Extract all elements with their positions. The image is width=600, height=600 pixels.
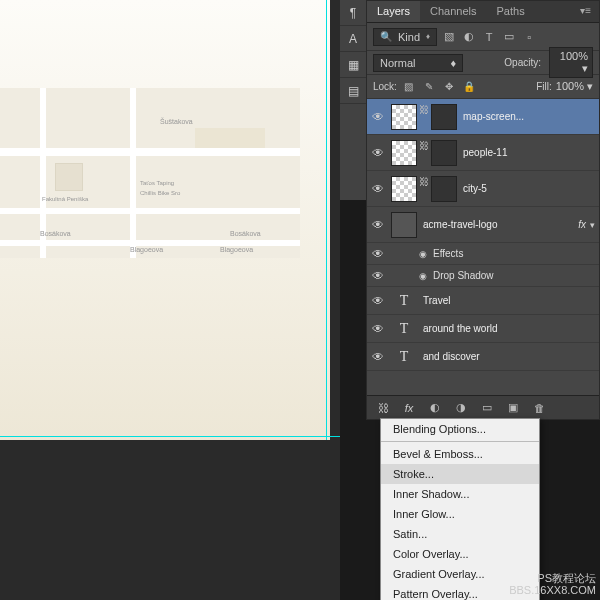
- filter-shape-icon[interactable]: ▭: [501, 29, 517, 45]
- visibility-toggle[interactable]: 👁: [367, 146, 389, 160]
- filter-pixel-icon[interactable]: ▧: [441, 29, 457, 45]
- panel-tabs: Layers Channels Paths ▾≡: [367, 1, 599, 23]
- fx-button[interactable]: fx: [399, 399, 419, 417]
- menu-inner-glow[interactable]: Inner Glow...: [381, 504, 539, 524]
- filter-type-icon[interactable]: T: [481, 29, 497, 45]
- fill-label: Fill:: [536, 81, 552, 92]
- layers-panel: Layers Channels Paths ▾≡ 🔍 Kind ♦ ▧ ◐ T …: [366, 0, 600, 420]
- link-layers-button[interactable]: ⛓: [373, 399, 393, 417]
- layer-name[interactable]: map-screen...: [463, 111, 595, 122]
- map-label: Bosákova: [230, 230, 261, 237]
- guide-horizontal[interactable]: [0, 436, 340, 437]
- layers-list: 👁 ⛓ map-screen... 👁 ⛓ people-11 👁 ⛓ city…: [367, 99, 599, 371]
- watermark: PS教程论坛 BBS.16XX8.COM: [509, 572, 596, 596]
- mask-button[interactable]: ◐: [425, 399, 445, 417]
- collapsed-panel-dock[interactable]: ¶ A ▦ ▤: [340, 0, 366, 200]
- map-label: Chillis Bike Sro: [140, 190, 180, 196]
- fill-input[interactable]: 100% ▾: [556, 80, 593, 93]
- layer-row[interactable]: 👁 T and discover: [367, 343, 599, 371]
- layer-name[interactable]: people-11: [463, 147, 595, 158]
- text-layer-icon: T: [391, 290, 417, 312]
- opacity-label: Opacity:: [504, 57, 541, 68]
- map-label: Blagoeova: [220, 246, 253, 253]
- lock-label: Lock:: [373, 81, 397, 92]
- menu-bevel-emboss[interactable]: Bevel & Emboss...: [381, 444, 539, 464]
- new-layer-button[interactable]: ▣: [503, 399, 523, 417]
- opacity-input[interactable]: 100% ▾: [549, 47, 593, 78]
- mask-link-icon[interactable]: ⛓: [419, 104, 429, 130]
- swatches-panel-icon[interactable]: ▦: [340, 52, 366, 78]
- layer-name[interactable]: Travel: [423, 295, 595, 306]
- layers-panel-footer: ⛓ fx ◐ ◑ ▭ ▣ 🗑: [367, 395, 599, 419]
- visibility-toggle[interactable]: 👁: [367, 294, 389, 308]
- character-panel-icon[interactable]: A: [340, 26, 366, 52]
- menu-stroke[interactable]: Stroke...: [381, 464, 539, 484]
- delete-layer-button[interactable]: 🗑: [529, 399, 549, 417]
- layer-thumbnail[interactable]: [391, 104, 417, 130]
- lock-position-icon[interactable]: ✥: [441, 79, 457, 95]
- visibility-toggle[interactable]: 👁: [367, 182, 389, 196]
- layer-mask-thumbnail[interactable]: [431, 176, 457, 202]
- layer-mask-thumbnail[interactable]: [431, 140, 457, 166]
- adjustment-button[interactable]: ◑: [451, 399, 471, 417]
- lock-all-icon[interactable]: 🔒: [461, 79, 477, 95]
- map-label: Fakultná Peníška: [42, 196, 88, 202]
- layer-row[interactable]: 👁 T around the world: [367, 315, 599, 343]
- tab-paths[interactable]: Paths: [487, 1, 535, 22]
- map-label: Bosákova: [40, 230, 71, 237]
- guide-vertical[interactable]: [326, 0, 327, 440]
- document[interactable]: Šuštakova Bosákova Bosákova Blagoeova Bl…: [0, 0, 330, 440]
- map-layer: Šuštakova Bosákova Bosákova Blagoeova Bl…: [0, 88, 300, 258]
- map-label: Taťos Taping: [140, 180, 174, 186]
- effects-row[interactable]: 👁◉Effects: [367, 243, 599, 265]
- menu-blending-options[interactable]: Blending Options...: [381, 419, 539, 439]
- layer-row[interactable]: 👁 ⛓ people-11: [367, 135, 599, 171]
- layer-name[interactable]: around the world: [423, 323, 595, 334]
- lock-row: Lock: ▧ ✎ ✥ 🔒 Fill: 100% ▾: [367, 75, 599, 99]
- panel-icon[interactable]: ▤: [340, 78, 366, 104]
- layer-row[interactable]: 👁 T Travel: [367, 287, 599, 315]
- visibility-toggle[interactable]: 👁: [367, 322, 389, 336]
- canvas-area[interactable]: Šuštakova Bosákova Bosákova Blagoeova Bl…: [0, 0, 340, 600]
- filter-kind-select[interactable]: 🔍 Kind ♦: [373, 28, 437, 46]
- visibility-toggle[interactable]: 👁: [367, 218, 389, 232]
- filter-smart-icon[interactable]: ▫: [521, 29, 537, 45]
- effect-drop-shadow[interactable]: 👁◉Drop Shadow: [367, 265, 599, 287]
- map-label: Šuštakova: [160, 118, 193, 125]
- panel-menu-icon[interactable]: ▾≡: [572, 1, 599, 22]
- layer-mask-thumbnail[interactable]: [431, 104, 457, 130]
- visibility-toggle[interactable]: 👁: [367, 269, 389, 283]
- layer-name[interactable]: city-5: [463, 183, 595, 194]
- visibility-toggle[interactable]: 👁: [367, 247, 389, 261]
- paragraph-panel-icon[interactable]: ¶: [340, 0, 366, 26]
- group-button[interactable]: ▭: [477, 399, 497, 417]
- lock-pixels-icon[interactable]: ✎: [421, 79, 437, 95]
- filter-adjust-icon[interactable]: ◐: [461, 29, 477, 45]
- layer-row[interactable]: 👁 ⛓ map-screen...: [367, 99, 599, 135]
- layer-row[interactable]: 👁 acme-travel-logo fx▾: [367, 207, 599, 243]
- visibility-toggle[interactable]: 👁: [367, 110, 389, 124]
- menu-color-overlay[interactable]: Color Overlay...: [381, 544, 539, 564]
- layer-thumbnail[interactable]: [391, 212, 417, 238]
- tab-layers[interactable]: Layers: [367, 1, 420, 22]
- filter-kind-label: Kind: [398, 31, 420, 43]
- layer-name[interactable]: acme-travel-logo: [423, 219, 578, 230]
- menu-satin[interactable]: Satin...: [381, 524, 539, 544]
- chevron-down-icon[interactable]: ▾: [590, 220, 595, 230]
- text-layer-icon: T: [391, 346, 417, 368]
- lock-transparency-icon[interactable]: ▧: [401, 79, 417, 95]
- blend-mode-row: Normal♦ Opacity: 100% ▾: [367, 51, 599, 75]
- blend-mode-select[interactable]: Normal♦: [373, 54, 463, 72]
- menu-inner-shadow[interactable]: Inner Shadow...: [381, 484, 539, 504]
- fx-badge[interactable]: fx: [578, 219, 586, 230]
- layer-thumbnail[interactable]: [391, 140, 417, 166]
- layer-name[interactable]: and discover: [423, 351, 595, 362]
- text-layer-icon: T: [391, 318, 417, 340]
- layer-thumbnail[interactable]: [391, 176, 417, 202]
- tab-channels[interactable]: Channels: [420, 1, 486, 22]
- map-label: Blagoeova: [130, 246, 163, 253]
- layer-row[interactable]: 👁 ⛓ city-5: [367, 171, 599, 207]
- visibility-toggle[interactable]: 👁: [367, 350, 389, 364]
